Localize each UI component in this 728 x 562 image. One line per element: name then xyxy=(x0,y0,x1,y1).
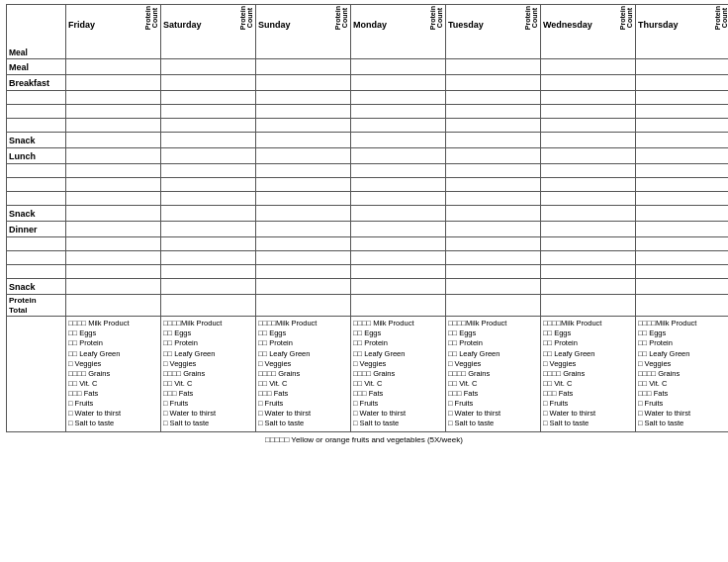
dinner-mon-1[interactable] xyxy=(351,222,446,237)
lunch-sat-4[interactable] xyxy=(161,192,256,206)
meal-sat[interactable] xyxy=(161,59,256,75)
dinner-sun-1[interactable] xyxy=(256,222,351,237)
dinner-sun-3[interactable] xyxy=(256,251,351,265)
dinner-sat-1[interactable] xyxy=(161,222,256,237)
lunch-thu-2[interactable] xyxy=(636,164,729,178)
dinner-tue-4[interactable] xyxy=(446,265,541,279)
lunch-fri-3[interactable] xyxy=(66,178,161,192)
dinner-wed-4[interactable] xyxy=(541,265,636,279)
bfast-mon-2[interactable] xyxy=(351,91,446,105)
meal-mon[interactable] xyxy=(351,59,446,75)
bfast-tue-2[interactable] xyxy=(446,91,541,105)
ptotal-thu[interactable] xyxy=(636,295,729,317)
lunch-sat-1[interactable] xyxy=(161,148,256,164)
snack2-sat[interactable] xyxy=(161,206,256,222)
meal-wed[interactable] xyxy=(541,59,636,75)
lunch-fri-2[interactable] xyxy=(66,164,161,178)
snack2-sun[interactable] xyxy=(256,206,351,222)
lunch-mon-4[interactable] xyxy=(351,192,446,206)
dinner-mon-4[interactable] xyxy=(351,265,446,279)
dinner-sat-4[interactable] xyxy=(161,265,256,279)
dinner-fri-1[interactable] xyxy=(66,222,161,237)
meal-sun[interactable] xyxy=(256,59,351,75)
dinner-sun-2[interactable] xyxy=(256,237,351,251)
bfast-mon-3[interactable] xyxy=(351,105,446,119)
lunch-thu-3[interactable] xyxy=(636,178,729,192)
dinner-wed-2[interactable] xyxy=(541,237,636,251)
snack3-mon[interactable] xyxy=(351,279,446,295)
bfast-tue-3[interactable] xyxy=(446,105,541,119)
bfast-sun-3[interactable] xyxy=(256,105,351,119)
lunch-sat-2[interactable] xyxy=(161,164,256,178)
bfast-tue-1[interactable] xyxy=(446,75,541,91)
snack2-mon[interactable] xyxy=(351,206,446,222)
lunch-mon-2[interactable] xyxy=(351,164,446,178)
dinner-mon-2[interactable] xyxy=(351,237,446,251)
dinner-fri-2[interactable] xyxy=(66,237,161,251)
bfast-thu-2[interactable] xyxy=(636,91,729,105)
snack1-sat[interactable] xyxy=(161,133,256,148)
snack1-mon[interactable] xyxy=(351,133,446,148)
lunch-mon-1[interactable] xyxy=(351,148,446,164)
bfast-sat-4[interactable] xyxy=(161,119,256,133)
dinner-tue-1[interactable] xyxy=(446,222,541,237)
dinner-thu-1[interactable] xyxy=(636,222,729,237)
snack2-fri[interactable] xyxy=(66,206,161,222)
dinner-fri-3[interactable] xyxy=(66,251,161,265)
snack2-thu[interactable] xyxy=(636,206,729,222)
lunch-sun-4[interactable] xyxy=(256,192,351,206)
ptotal-tue[interactable] xyxy=(446,295,541,317)
lunch-wed-1[interactable] xyxy=(541,148,636,164)
bfast-sat-3[interactable] xyxy=(161,105,256,119)
lunch-wed-2[interactable] xyxy=(541,164,636,178)
lunch-wed-4[interactable] xyxy=(541,192,636,206)
snack3-tue[interactable] xyxy=(446,279,541,295)
lunch-tue-3[interactable] xyxy=(446,178,541,192)
ptotal-sun[interactable] xyxy=(256,295,351,317)
bfast-sat-1[interactable] xyxy=(161,75,256,91)
dinner-wed-3[interactable] xyxy=(541,251,636,265)
bfast-thu-1[interactable] xyxy=(636,75,729,91)
bfast-wed-3[interactable] xyxy=(541,105,636,119)
dinner-thu-3[interactable] xyxy=(636,251,729,265)
bfast-wed-1[interactable] xyxy=(541,75,636,91)
lunch-tue-4[interactable] xyxy=(446,192,541,206)
bfast-sun-2[interactable] xyxy=(256,91,351,105)
bfast-wed-2[interactable] xyxy=(541,91,636,105)
lunch-fri-4[interactable] xyxy=(66,192,161,206)
lunch-sun-2[interactable] xyxy=(256,164,351,178)
meal-thu[interactable] xyxy=(636,59,729,75)
lunch-fri-1[interactable] xyxy=(66,148,161,164)
snack1-tue[interactable] xyxy=(446,133,541,148)
dinner-sat-2[interactable] xyxy=(161,237,256,251)
bfast-fri-4[interactable] xyxy=(66,119,161,133)
snack1-fri[interactable] xyxy=(66,133,161,148)
dinner-sun-4[interactable] xyxy=(256,265,351,279)
bfast-sat-2[interactable] xyxy=(161,91,256,105)
ptotal-wed[interactable] xyxy=(541,295,636,317)
bfast-fri-1[interactable] xyxy=(66,75,161,91)
snack3-fri[interactable] xyxy=(66,279,161,295)
dinner-wed-1[interactable] xyxy=(541,222,636,237)
snack3-sat[interactable] xyxy=(161,279,256,295)
bfast-thu-3[interactable] xyxy=(636,105,729,119)
dinner-sat-3[interactable] xyxy=(161,251,256,265)
dinner-fri-4[interactable] xyxy=(66,265,161,279)
snack3-thu[interactable] xyxy=(636,279,729,295)
bfast-mon-1[interactable] xyxy=(351,75,446,91)
bfast-fri-3[interactable] xyxy=(66,105,161,119)
snack1-wed[interactable] xyxy=(541,133,636,148)
dinner-thu-2[interactable] xyxy=(636,237,729,251)
bfast-tue-4[interactable] xyxy=(446,119,541,133)
dinner-thu-4[interactable] xyxy=(636,265,729,279)
bfast-fri-2[interactable] xyxy=(66,91,161,105)
snack2-tue[interactable] xyxy=(446,206,541,222)
dinner-tue-3[interactable] xyxy=(446,251,541,265)
lunch-mon-3[interactable] xyxy=(351,178,446,192)
ptotal-fri[interactable] xyxy=(66,295,161,317)
snack1-thu[interactable] xyxy=(636,133,729,148)
bfast-thu-4[interactable] xyxy=(636,119,729,133)
snack2-wed[interactable] xyxy=(541,206,636,222)
lunch-sun-1[interactable] xyxy=(256,148,351,164)
meal-fri[interactable] xyxy=(66,59,161,75)
